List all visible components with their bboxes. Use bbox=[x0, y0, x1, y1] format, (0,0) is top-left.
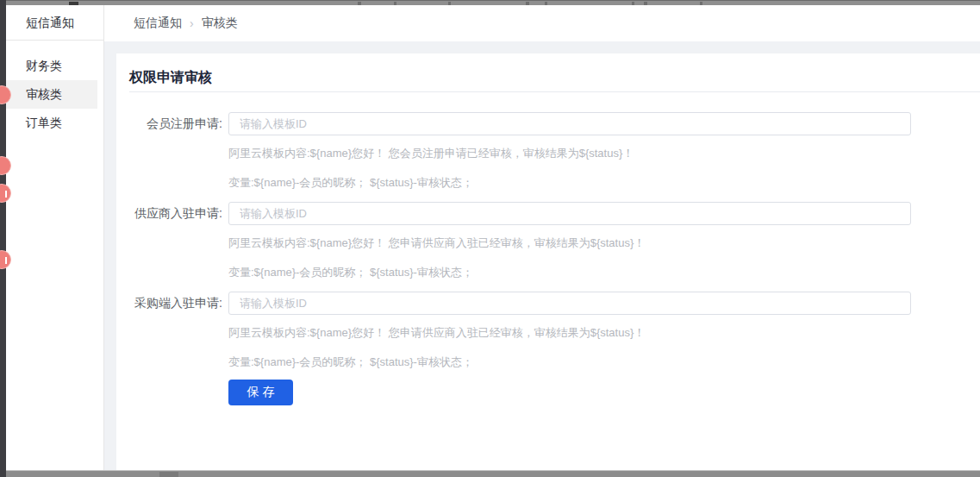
browser-edge-strip bbox=[0, 0, 980, 5]
field-label: 供应商入驻申请: bbox=[116, 202, 222, 225]
browser-edge-mark bbox=[545, 2, 547, 5]
sidebar: 短信通知 财务类 审核类 订单类 bbox=[6, 5, 104, 471]
horizontal-scrollbar[interactable] bbox=[0, 470, 980, 477]
breadcrumb-item-audit: 审核类 bbox=[202, 16, 238, 31]
variables-helper-text: 变量:${name}-会员的昵称； ${status}-审核状态； bbox=[228, 355, 473, 370]
sidebar-item-order[interactable]: 订单类 bbox=[6, 109, 97, 137]
browser-edge-mark bbox=[69, 2, 78, 5]
template-helper-text: 阿里云模板内容:${name}您好！ 您会员注册申请已经审核，审核结果为${st… bbox=[228, 146, 634, 161]
browser-edge-mark bbox=[632, 2, 634, 5]
breadcrumb-item-sms[interactable]: 短信通知 bbox=[134, 16, 182, 31]
browser-edge-mark bbox=[358, 2, 361, 5]
sidebar-item-finance[interactable]: 财务类 bbox=[6, 52, 97, 80]
title-divider bbox=[129, 91, 980, 92]
template-helper-text: 阿里云模板内容:${name}您好！ 您申请供应商入驻已经审核，审核结果为${s… bbox=[228, 235, 645, 251]
field-label: 采购端入驻申请: bbox=[116, 292, 222, 315]
browser-edge-mark bbox=[644, 2, 647, 5]
browser-edge-mark bbox=[526, 2, 529, 5]
page-title: 权限申请审核 bbox=[129, 69, 212, 87]
content-background: 权限申请审核 会员注册申请: 阿里云模板内容:${name}您好！ 您会员注册申… bbox=[104, 41, 980, 471]
template-id-input[interactable] bbox=[228, 202, 911, 225]
annotation-dot-mark bbox=[5, 257, 7, 264]
content-card: 权限申请审核 会员注册申请: 阿里云模板内容:${name}您好！ 您会员注册申… bbox=[116, 53, 980, 471]
template-id-input[interactable] bbox=[228, 292, 911, 315]
browser-edge-mark bbox=[394, 2, 396, 5]
field-label: 会员注册申请: bbox=[116, 112, 222, 135]
save-button[interactable]: 保 存 bbox=[228, 380, 293, 405]
form-row-member-register: 会员注册申请: 阿里云模板内容:${name}您好！ 您会员注册申请已经审核，审… bbox=[116, 112, 980, 198]
breadcrumb-bar: 短信通知 › 审核类 bbox=[104, 5, 980, 41]
template-helper-text: 阿里云模板内容:${name}您好！ 您申请供应商入驻已经审核，审核结果为${s… bbox=[228, 325, 645, 341]
scrollbar-thumb[interactable] bbox=[159, 472, 178, 477]
form-row-supplier-entry: 供应商入驻申请: 阿里云模板内容:${name}您好！ 您申请供应商入驻已经审核… bbox=[116, 202, 980, 288]
annotation-dot-mark bbox=[5, 191, 7, 198]
form-row-purchaser-entry: 采购端入驻申请: 阿里云模板内容:${name}您好！ 您申请供应商入驻已经审核… bbox=[116, 292, 980, 378]
variables-helper-text: 变量:${name}-会员的昵称； ${status}-审核状态； bbox=[228, 265, 473, 280]
template-id-input[interactable] bbox=[228, 112, 911, 135]
sidebar-menu: 财务类 审核类 订单类 bbox=[6, 41, 103, 137]
chevron-right-icon: › bbox=[190, 16, 194, 30]
window-edge-bar bbox=[0, 0, 6, 477]
sidebar-item-audit[interactable]: 审核类 bbox=[6, 80, 97, 109]
browser-edge-mark bbox=[448, 2, 451, 5]
variables-helper-text: 变量:${name}-会员的昵称； ${status}-审核状态； bbox=[228, 175, 473, 191]
browser-edge-mark bbox=[700, 2, 702, 5]
sidebar-title: 短信通知 bbox=[6, 5, 103, 41]
